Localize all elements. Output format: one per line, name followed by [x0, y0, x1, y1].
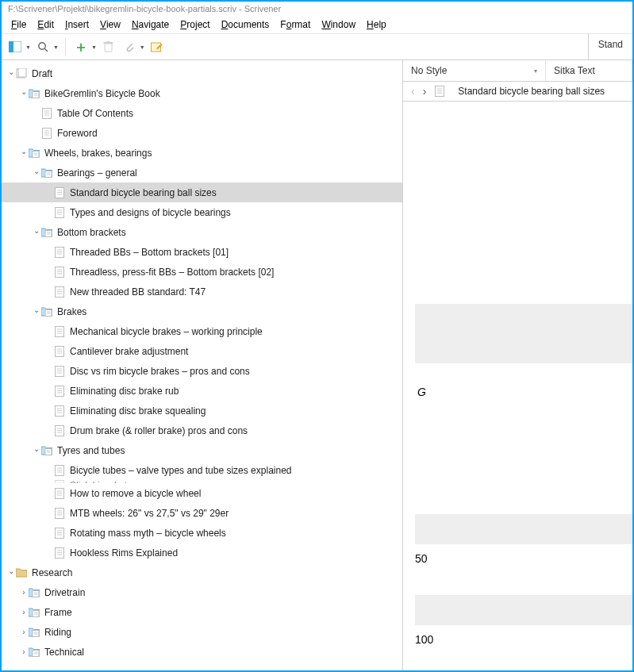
disclosure-icon[interactable]: ⌄ [32, 305, 41, 314]
menu-edit[interactable]: Edit [33, 17, 59, 32]
tree-item[interactable]: New threaded BB standard: T47 [2, 282, 402, 301]
tree-item[interactable]: Mechanical bicycle brakes – working prin… [2, 321, 402, 341]
tree-item[interactable]: ›Drivetrain [2, 582, 402, 602]
tree-item[interactable]: ⌄Bottom brackets [2, 222, 402, 242]
tree-item[interactable]: ›Riding [2, 622, 402, 642]
tree-item-label: Research [32, 567, 72, 578]
breadcrumb: ‹ › Standard bicycle bearing ball sizes [403, 82, 632, 102]
menu-bar: File Edit Insert View Navigate Project D… [2, 16, 632, 33]
toolbar-right-label: Stand [588, 34, 632, 60]
main-area: ⌄Draft⌄BikeGremlin's Bicycle BookTable O… [2, 60, 632, 672]
doc-icon [54, 488, 65, 499]
doc-icon [54, 405, 65, 417]
tree-item[interactable]: Eliminating disc brake rub [2, 381, 402, 401]
tree-item-label: Tyres and tubes [57, 445, 125, 456]
doc-icon [54, 207, 65, 218]
doc-icon [54, 346, 65, 357]
tree-item[interactable]: Foreword [2, 123, 402, 143]
tree-item[interactable]: Threaded BBs – Bottom brackets [01] [2, 242, 402, 262]
tree-item-label: Disc vs rim bicycle brakes – pros and co… [70, 366, 250, 377]
dropdown-icon[interactable]: ▼ [53, 44, 59, 50]
search-button[interactable] [34, 38, 52, 56]
menu-file[interactable]: File [6, 17, 31, 32]
disclosure-icon[interactable]: ⌄ [19, 87, 29, 96]
folder-text-icon [29, 88, 40, 99]
menu-navigate[interactable]: Navigate [127, 17, 174, 32]
doc-icon [54, 247, 65, 258]
tree-item[interactable]: Table Of Contents [2, 103, 402, 123]
disclosure-icon[interactable]: ⌄ [32, 226, 41, 235]
disclosure-icon[interactable]: › [19, 608, 29, 616]
dropdown-icon[interactable]: ▼ [91, 44, 97, 50]
doc-icon [54, 286, 65, 298]
tree-item[interactable]: ⌄BikeGremlin's Bicycle Book [2, 83, 402, 103]
tree-item[interactable]: Standard bicycle bearing ball sizes [2, 182, 402, 202]
disclosure-icon[interactable]: ⌄ [19, 147, 29, 156]
disclosure-icon[interactable]: › [19, 588, 29, 597]
tree-item[interactable]: ›Frame [2, 602, 402, 622]
nav-back-icon[interactable]: ‹ [411, 85, 415, 98]
font-selector[interactable]: Sitka Text [546, 60, 632, 81]
doc-icon [54, 187, 65, 198]
svg-rect-6 [107, 41, 110, 43]
tree-item-label: Bicycle tubes – valve types and tube siz… [70, 465, 292, 476]
tree-item[interactable]: ›Technical [2, 642, 402, 662]
tree-item[interactable]: ⌄Wheels, brakes, bearings [2, 143, 402, 163]
tree-item-label: Bearings – general [57, 167, 137, 179]
tree-item[interactable]: Drum brake (& roller brake) pros and con… [2, 420, 402, 440]
tree-item[interactable]: How to remove a bicycle wheel [2, 483, 402, 503]
menu-help[interactable]: Help [362, 17, 391, 32]
tree-item-label: Threaded BBs – Bottom brackets [01] [70, 247, 229, 258]
disclosure-icon[interactable]: ⌄ [32, 167, 41, 175]
add-button[interactable]: ＋ [72, 38, 90, 56]
disclosure-icon[interactable]: › [19, 628, 29, 636]
disclosure-icon[interactable]: ⌄ [6, 566, 16, 575]
tree-item[interactable]: ⌄Tyres and tubes [2, 440, 402, 460]
tree-item-label: Wheels, brakes, bearings [44, 148, 152, 159]
tree-item-label: Draft [32, 68, 52, 79]
menu-documents[interactable]: Documents [217, 17, 275, 32]
editor-page[interactable]: G 50 100 [403, 102, 632, 672]
tree-item[interactable]: ⌄Research [2, 563, 402, 582]
trash-button[interactable] [100, 38, 117, 56]
menu-format[interactable]: Format [275, 17, 315, 32]
disclosure-icon[interactable]: ⌄ [6, 67, 16, 76]
tree-item[interactable]: ⌄Brakes [2, 301, 402, 321]
doc-icon [54, 386, 65, 397]
content-block [415, 514, 632, 544]
text-50: 50 [415, 552, 428, 565]
disclosure-icon[interactable]: › [19, 647, 29, 656]
tree-item[interactable]: Threadless, press-fit BBs – Bottom brack… [2, 262, 402, 282]
menu-view[interactable]: View [95, 17, 125, 32]
tree-item[interactable]: MTB wheels: 26" vs 27,5" vs 29" 29er [2, 503, 402, 523]
tree-item[interactable]: Cantilever brake adjustment [2, 341, 402, 361]
dropdown-icon[interactable]: ▼ [25, 44, 31, 50]
tree-item[interactable]: ⌄Bearings – general [2, 163, 402, 182]
content-block [415, 595, 632, 625]
attach-button[interactable] [121, 38, 138, 56]
tree-item-label: How to remove a bicycle wheel [70, 488, 201, 499]
doc-icon [41, 108, 52, 119]
binder-tree[interactable]: ⌄Draft⌄BikeGremlin's Bicycle BookTable O… [2, 60, 403, 672]
view-mode-button[interactable] [6, 38, 24, 56]
tree-item[interactable]: Bicycle tubes – valve types and tube siz… [2, 460, 402, 480]
tree-item[interactable]: Eliminating disc brake squealing [2, 401, 402, 420]
tree-item-label: Hookless Rims Explained [70, 547, 178, 559]
folder-text-icon [29, 587, 40, 598]
nav-forward-icon[interactable]: › [423, 85, 427, 98]
tree-item[interactable]: Types and designs of bicycle bearings [2, 202, 402, 222]
tree-item[interactable]: ⌄Draft [2, 63, 402, 83]
dropdown-icon[interactable]: ▼ [140, 44, 145, 50]
menu-insert[interactable]: Insert [60, 17, 94, 32]
tree-item-label: Riding [44, 627, 71, 638]
style-selector[interactable]: No Style ▾ [403, 60, 546, 81]
disclosure-icon[interactable]: ⌄ [32, 444, 41, 453]
doc-title: Standard bicycle bearing ball sizes [458, 86, 605, 97]
tree-item[interactable]: Disc vs rim bicycle brakes – pros and co… [2, 361, 402, 381]
menu-window[interactable]: Window [317, 17, 360, 32]
tree-item-label: Mechanical bicycle brakes – working prin… [70, 326, 263, 337]
tree-item[interactable]: Hookless Rims Explained [2, 543, 402, 563]
tree-item[interactable]: Rotating mass myth – bicycle wheels [2, 523, 402, 543]
compose-button[interactable] [148, 38, 166, 56]
menu-project[interactable]: Project [175, 17, 214, 32]
